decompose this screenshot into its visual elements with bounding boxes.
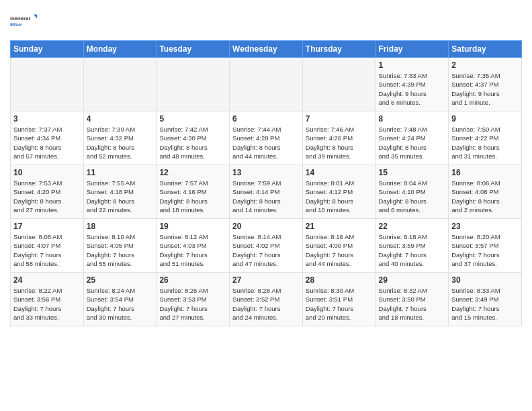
calendar-cell: 15Sunrise: 8:04 AM Sunset: 4:10 PM Dayli… (375, 165, 449, 219)
day-info: Sunrise: 8:04 AM Sunset: 4:10 PM Dayligh… (379, 179, 446, 214)
day-info: Sunrise: 8:16 AM Sunset: 4:00 PM Dayligh… (306, 232, 373, 268)
calendar-week-1: 1Sunrise: 7:33 AM Sunset: 4:39 PM Daylig… (11, 58, 522, 111)
calendar-week-4: 17Sunrise: 8:08 AM Sunset: 4:07 PM Dayli… (11, 219, 522, 273)
weekday-header-wednesday: Wednesday (230, 41, 303, 58)
day-number: 21 (306, 222, 373, 231)
day-number: 28 (306, 275, 373, 285)
calendar-cell (157, 58, 230, 111)
weekday-header-monday: Monday (83, 41, 157, 58)
day-info: Sunrise: 8:30 AM Sunset: 3:51 PM Dayligh… (306, 286, 373, 322)
day-info: Sunrise: 8:10 AM Sunset: 4:05 PM Dayligh… (87, 232, 154, 268)
day-number: 5 (159, 114, 226, 124)
calendar-cell: 21Sunrise: 8:16 AM Sunset: 4:00 PM Dayli… (302, 219, 375, 273)
calendar-cell: 4Sunrise: 7:39 AM Sunset: 4:32 PM Daylig… (83, 111, 157, 165)
calendar-cell: 25Sunrise: 8:24 AM Sunset: 3:54 PM Dayli… (83, 273, 157, 326)
day-info: Sunrise: 7:44 AM Sunset: 4:28 PM Dayligh… (232, 125, 300, 161)
calendar-cell: 18Sunrise: 8:10 AM Sunset: 4:05 PM Dayli… (83, 219, 157, 273)
calendar-cell: 12Sunrise: 7:57 AM Sunset: 4:16 PM Dayli… (157, 165, 230, 219)
calendar-cell (302, 58, 375, 111)
calendar-cell: 26Sunrise: 8:26 AM Sunset: 3:53 PM Dayli… (157, 273, 230, 326)
day-number: 8 (379, 114, 446, 124)
day-number: 6 (232, 114, 300, 124)
calendar-cell: 22Sunrise: 8:18 AM Sunset: 3:59 PM Dayli… (375, 219, 449, 273)
day-info: Sunrise: 7:46 AM Sunset: 4:26 PM Dayligh… (306, 125, 373, 161)
svg-text:Blue: Blue (10, 21, 22, 28)
day-number: 25 (87, 275, 154, 285)
calendar-cell: 11Sunrise: 7:55 AM Sunset: 4:18 PM Dayli… (83, 165, 157, 219)
calendar-cell: 7Sunrise: 7:46 AM Sunset: 4:26 PM Daylig… (302, 111, 375, 165)
calendar-cell: 17Sunrise: 8:08 AM Sunset: 4:07 PM Dayli… (11, 219, 84, 273)
calendar-cell: 10Sunrise: 7:53 AM Sunset: 4:20 PM Dayli… (11, 165, 84, 219)
day-info: Sunrise: 7:57 AM Sunset: 4:16 PM Dayligh… (159, 179, 226, 214)
day-info: Sunrise: 8:26 AM Sunset: 3:53 PM Dayligh… (159, 286, 226, 322)
day-number: 23 (451, 222, 519, 231)
day-info: Sunrise: 8:32 AM Sunset: 3:50 PM Dayligh… (379, 286, 446, 322)
day-info: Sunrise: 7:53 AM Sunset: 4:20 PM Dayligh… (13, 179, 81, 214)
weekday-header-sunday: Sunday (11, 41, 84, 58)
calendar-cell: 27Sunrise: 8:28 AM Sunset: 3:52 PM Dayli… (230, 273, 303, 326)
calendar-cell: 6Sunrise: 7:44 AM Sunset: 4:28 PM Daylig… (230, 111, 303, 165)
calendar-week-2: 3Sunrise: 7:37 AM Sunset: 4:34 PM Daylig… (11, 111, 522, 165)
day-number: 12 (159, 168, 226, 177)
day-info: Sunrise: 8:01 AM Sunset: 4:12 PM Dayligh… (306, 179, 373, 214)
day-info: Sunrise: 8:12 AM Sunset: 4:03 PM Dayligh… (159, 232, 226, 268)
day-info: Sunrise: 7:39 AM Sunset: 4:32 PM Dayligh… (87, 125, 154, 161)
day-info: Sunrise: 7:33 AM Sunset: 4:39 PM Dayligh… (379, 71, 446, 107)
calendar-cell (83, 58, 157, 111)
calendar-cell: 3Sunrise: 7:37 AM Sunset: 4:34 PM Daylig… (11, 111, 84, 165)
svg-marker-2 (34, 15, 37, 19)
calendar-cell: 23Sunrise: 8:20 AM Sunset: 3:57 PM Dayli… (449, 219, 522, 273)
day-number: 2 (451, 60, 519, 70)
calendar-cell: 14Sunrise: 8:01 AM Sunset: 4:12 PM Dayli… (302, 165, 375, 219)
day-number: 13 (232, 168, 300, 177)
day-number: 7 (306, 114, 373, 124)
day-number: 15 (379, 168, 446, 177)
day-number: 26 (159, 275, 226, 285)
day-number: 14 (306, 168, 373, 177)
day-info: Sunrise: 7:55 AM Sunset: 4:18 PM Dayligh… (87, 179, 154, 214)
day-number: 1 (379, 60, 446, 70)
day-info: Sunrise: 8:20 AM Sunset: 3:57 PM Dayligh… (451, 232, 519, 268)
day-info: Sunrise: 8:08 AM Sunset: 4:07 PM Dayligh… (13, 232, 81, 268)
calendar-table: SundayMondayTuesdayWednesdayThursdayFrid… (10, 40, 522, 326)
day-number: 16 (451, 168, 519, 177)
logo: General Blue (10, 7, 37, 35)
calendar-cell: 24Sunrise: 8:22 AM Sunset: 3:56 PM Dayli… (11, 273, 84, 326)
day-number: 4 (87, 114, 154, 124)
weekday-header-friday: Friday (375, 41, 449, 58)
day-number: 9 (451, 114, 519, 124)
day-number: 22 (379, 222, 446, 231)
day-info: Sunrise: 8:28 AM Sunset: 3:52 PM Dayligh… (232, 286, 300, 322)
calendar-cell: 8Sunrise: 7:48 AM Sunset: 4:24 PM Daylig… (375, 111, 449, 165)
day-number: 20 (232, 222, 300, 231)
day-number: 3 (13, 114, 81, 124)
day-number: 17 (13, 222, 81, 231)
day-info: Sunrise: 8:24 AM Sunset: 3:54 PM Dayligh… (87, 286, 154, 322)
weekday-header-thursday: Thursday (302, 41, 375, 58)
day-info: Sunrise: 8:14 AM Sunset: 4:02 PM Dayligh… (232, 232, 300, 268)
calendar-week-5: 24Sunrise: 8:22 AM Sunset: 3:56 PM Dayli… (11, 273, 522, 326)
calendar-cell: 29Sunrise: 8:32 AM Sunset: 3:50 PM Dayli… (375, 273, 449, 326)
logo-svg: General Blue (10, 7, 37, 35)
calendar-week-3: 10Sunrise: 7:53 AM Sunset: 4:20 PM Dayli… (11, 165, 522, 219)
day-number: 27 (232, 275, 300, 285)
calendar-cell: 28Sunrise: 8:30 AM Sunset: 3:51 PM Dayli… (302, 273, 375, 326)
day-number: 19 (159, 222, 226, 231)
calendar-cell: 30Sunrise: 8:33 AM Sunset: 3:49 PM Dayli… (449, 273, 522, 326)
calendar-cell: 2Sunrise: 7:35 AM Sunset: 4:37 PM Daylig… (449, 58, 522, 111)
day-number: 11 (87, 168, 154, 177)
day-info: Sunrise: 7:50 AM Sunset: 4:22 PM Dayligh… (451, 125, 519, 161)
day-info: Sunrise: 7:37 AM Sunset: 4:34 PM Dayligh… (13, 125, 81, 161)
day-info: Sunrise: 7:35 AM Sunset: 4:37 PM Dayligh… (451, 71, 519, 107)
calendar-cell: 1Sunrise: 7:33 AM Sunset: 4:39 PM Daylig… (375, 58, 449, 111)
weekday-header-saturday: Saturday (449, 41, 522, 58)
calendar-cell (11, 58, 84, 111)
weekday-header-tuesday: Tuesday (157, 41, 230, 58)
day-number: 18 (87, 222, 154, 231)
day-number: 29 (379, 275, 446, 285)
calendar-cell: 9Sunrise: 7:50 AM Sunset: 4:22 PM Daylig… (449, 111, 522, 165)
calendar-cell: 19Sunrise: 8:12 AM Sunset: 4:03 PM Dayli… (157, 219, 230, 273)
day-number: 30 (451, 275, 519, 285)
day-number: 24 (13, 275, 81, 285)
day-info: Sunrise: 7:59 AM Sunset: 4:14 PM Dayligh… (232, 179, 300, 214)
